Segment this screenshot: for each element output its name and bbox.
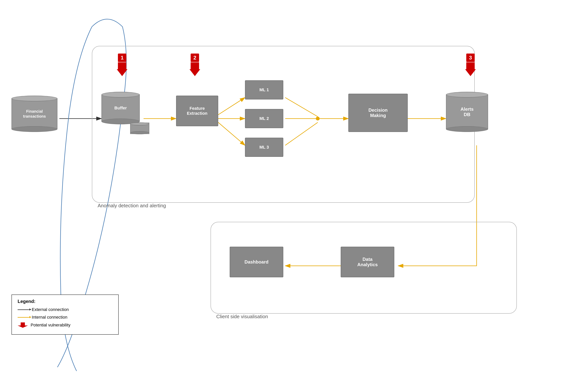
decision-making-label: Decision Making (368, 107, 388, 118)
vulnerability-icon (18, 322, 28, 328)
ml3-node: ML 3 (245, 138, 283, 157)
feature-extraction-node: Feature Extraction (176, 96, 218, 126)
financial-transactions-label: Financial transactions (23, 109, 46, 119)
legend-title: Legend: (18, 299, 113, 304)
buffer-label: Buffer (114, 106, 127, 111)
external-connection-label: External connection (32, 307, 69, 312)
legend-item-external: External connection (18, 307, 113, 312)
anomaly-detection-label: Anomaly detection and alerting (98, 203, 166, 209)
buffer-node: Buffer (102, 92, 140, 124)
dashboard-node: Dashboard (230, 247, 283, 277)
ml1-label: ML 1 (259, 87, 269, 92)
internal-connection-label: Internal connection (32, 315, 67, 320)
legend-item-vulnerability: Potential vulnerability (18, 322, 113, 328)
vulnerability-arrow-3: 3 (465, 54, 476, 76)
buffer-small-cylinder (130, 122, 149, 134)
ml2-label: ML 2 (259, 116, 269, 121)
client-visualisation-label: Client side visualisation (216, 314, 268, 320)
vulnerability-label: Potential vulnerability (31, 323, 70, 327)
vulnerability-arrow-2: 2 (189, 54, 200, 76)
anomaly-detection-container (92, 46, 475, 203)
data-analytics-node: Data Analytics (341, 247, 394, 277)
diagram-container: Anomaly detection and alerting Client si… (0, 0, 588, 384)
legend-item-internal: Internal connection (18, 315, 113, 320)
vulnerability-arrow-1: 1 (117, 54, 127, 76)
vuln-number-1: 1 (118, 54, 126, 62)
ml2-node: ML 2 (245, 109, 283, 128)
svg-marker-16 (18, 326, 28, 328)
alerts-db-node: Alerts DB (446, 92, 488, 132)
external-connection-icon (18, 309, 29, 310)
alerts-db-label: Alerts DB (461, 107, 474, 117)
legend: Legend: External connection Internal con… (11, 294, 119, 335)
svg-rect-15 (21, 322, 25, 326)
ml3-label: ML 3 (259, 145, 269, 150)
internal-connection-icon (18, 317, 29, 318)
dashboard-label: Dashboard (244, 259, 268, 265)
data-analytics-label: Data Analytics (357, 257, 378, 267)
financial-transactions-node: Financial transactions (11, 96, 57, 132)
feature-extraction-label: Feature Extraction (187, 106, 208, 116)
vuln-number-3: 3 (466, 54, 475, 62)
ml1-node: ML 1 (245, 80, 283, 99)
vuln-number-2: 2 (191, 54, 199, 62)
decision-making-node: Decision Making (348, 94, 408, 132)
